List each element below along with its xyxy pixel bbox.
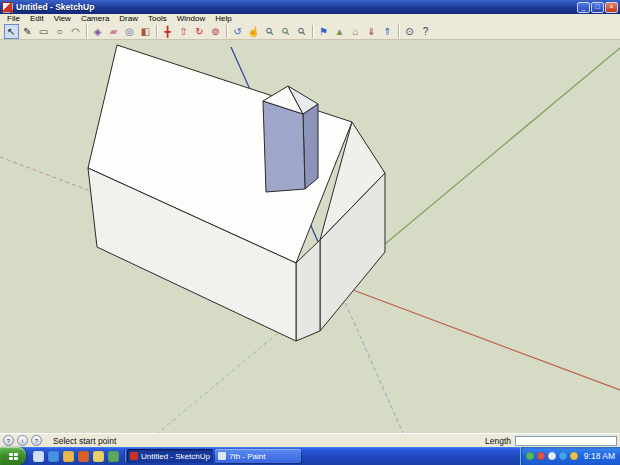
zoom-previous-tool[interactable]: ⚲ [294,24,309,39]
tape-measure-tool[interactable]: ◎ [122,24,137,39]
status-help-icon[interactable]: ? [3,435,14,446]
zoom-extents-icon: ⚲ [278,23,294,39]
get-models-tool[interactable]: ⇓ [364,24,379,39]
title-bar: Untitled - SketchUp _ □ × [0,0,620,14]
rectangle-tool[interactable]: ▭ [36,24,51,39]
show-desktop-icon[interactable] [33,451,44,462]
antivirus-tray-icon[interactable] [526,452,534,460]
menu-item-view[interactable]: View [49,14,76,23]
taskbar: Untitled - SketchUp 7th - Paint 9:18 AM [0,447,620,465]
select-tool-icon: ↖ [7,24,15,39]
menu-item-tools[interactable]: Tools [143,14,172,23]
system-tray: 9:18 AM [520,447,620,465]
status-question-icon[interactable]: ? [31,435,42,446]
internet-explorer-icon[interactable] [48,451,59,462]
network-tray-icon[interactable] [559,452,567,460]
toolbar-separator [156,25,157,38]
place-model-tool[interactable]: ⌂ [348,24,363,39]
question-icon: ? [423,24,429,39]
view-flag-icon: ⚑ [319,24,328,39]
info-tools-group: ⊙ ? [400,24,435,39]
magnifier-icon: ⚲ [262,23,278,39]
menu-item-draw[interactable]: Draw [114,14,143,23]
taskbar-clock: 9:18 AM [584,451,615,461]
tape-measure-icon: ◎ [125,24,134,39]
arc-icon: ◠ [71,24,80,39]
sketchup-task-icon [130,452,138,460]
arc-tool[interactable]: ◠ [68,24,83,39]
status-info-icon[interactable]: i [17,435,28,446]
rotate-icon: ↻ [195,24,203,39]
toolbar-separator [312,25,313,38]
paint-bucket-icon: ◧ [141,24,150,39]
menu-item-window[interactable]: Window [172,14,210,23]
offset-tool[interactable]: ⊚ [208,24,223,39]
taskbar-task-paint[interactable]: 7th - Paint [215,449,301,463]
select-tool[interactable]: ↖ [4,24,19,39]
window-controls: _ □ × [577,2,618,13]
minimize-button[interactable]: _ [577,2,590,13]
make-component-tool[interactable]: ◈ [90,24,105,39]
move-tool[interactable]: ╋ [160,24,175,39]
menu-item-camera[interactable]: Camera [76,14,114,23]
quick-launch-bar [29,447,123,465]
model-info-tool[interactable]: ⊙ [402,24,417,39]
messenger-tray-icon[interactable] [570,452,578,460]
pan-hand-icon: ☝ [247,24,259,39]
taskbar-task-sketchup[interactable]: Untitled - SketchUp [127,449,213,463]
zoom-tool[interactable]: ⚲ [262,24,277,39]
sketchup-app-icon [2,2,13,13]
chimney-front-face[interactable] [263,101,305,192]
rectangle-icon: ▭ [39,24,48,39]
email-icon[interactable] [63,451,74,462]
model-tools-group: ⚑ ▲ ⌂ ⇓ ⇑ [314,24,397,39]
menu-item-file[interactable]: File [2,14,25,23]
windows-flag-icon [9,453,18,460]
length-label: Length [485,436,511,446]
length-input[interactable] [515,436,617,446]
rotate-tool[interactable]: ↻ [192,24,207,39]
media-player-icon[interactable] [78,451,89,462]
upload-icon: ⇑ [383,24,391,39]
line-tool[interactable]: ✎ [20,24,35,39]
info-icon: ⊙ [405,24,413,39]
maximize-button[interactable]: □ [591,2,604,13]
close-button[interactable]: × [605,2,618,13]
component-icon: ◈ [94,24,102,39]
window-title: Untitled - SketchUp [16,0,574,14]
eraser-tool[interactable]: ▰ [106,24,121,39]
update-tray-icon[interactable] [537,452,545,460]
status-bar: ? i ? Select start point Length [0,433,620,447]
terrain-icon: ▲ [335,24,345,39]
instructor-tool[interactable]: ? [418,24,433,39]
app-shortcut-icon[interactable] [108,451,119,462]
start-button[interactable] [0,447,26,465]
volume-tray-icon[interactable] [548,452,556,460]
menu-item-help[interactable]: Help [210,14,236,23]
orbit-tool[interactable]: ↺ [230,24,245,39]
push-pull-tool[interactable]: ⇧ [176,24,191,39]
orbit-icon: ↺ [233,24,241,39]
paint-bucket-tool[interactable]: ◧ [138,24,153,39]
menu-bar: File Edit View Camera Draw Tools Window … [0,14,620,23]
pan-tool[interactable]: ☝ [246,24,261,39]
draw-tools-group: ↖ ✎ ▭ ○ ◠ [2,24,85,39]
toolbar: ↖ ✎ ▭ ○ ◠ ◈ ▰ ◎ ◧ ╋ ⇧ ↻ ⊚ ↺ ☝ ⚲ ⚲ ⚲ [0,23,620,40]
toolbar-separator [86,25,87,38]
toggle-terrain-tool[interactable]: ▲ [332,24,347,39]
modify-tools-group: ╋ ⇧ ↻ ⊚ [158,24,225,39]
get-current-view-tool[interactable]: ⚑ [316,24,331,39]
chimney-side-face[interactable] [303,104,318,189]
zoom-previous-icon: ⚲ [294,23,310,39]
menu-item-edit[interactable]: Edit [25,14,49,23]
offset-icon: ⊚ [211,24,219,39]
zoom-extents-tool[interactable]: ⚲ [278,24,293,39]
viewport-3d[interactable] [0,40,620,433]
push-pull-icon: ⇧ [179,24,187,39]
folder-icon[interactable] [93,451,104,462]
circle-icon: ○ [56,24,62,39]
share-model-tool[interactable]: ⇑ [380,24,395,39]
circle-tool[interactable]: ○ [52,24,67,39]
task-label: 7th - Paint [229,452,265,461]
toolbar-separator [398,25,399,38]
